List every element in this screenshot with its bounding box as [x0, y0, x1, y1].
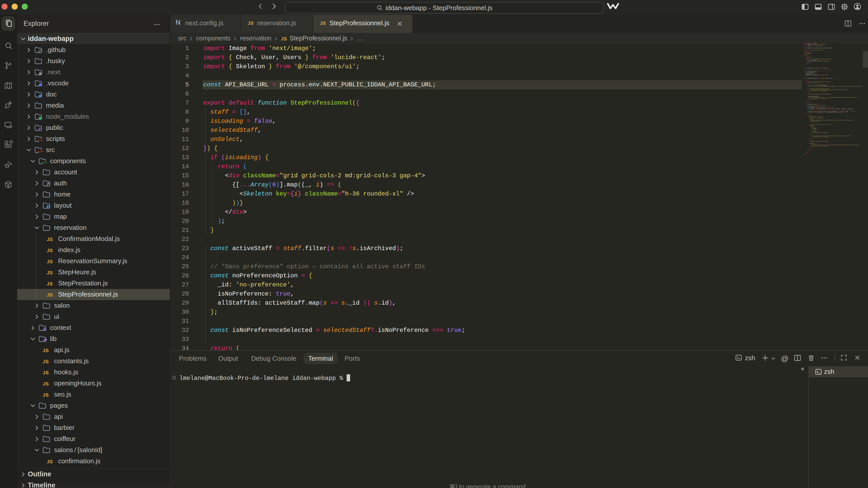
- svg-text:</>: </>: [37, 139, 43, 142]
- svg-text:</>: </>: [41, 161, 47, 164]
- svg-text:</>: </>: [37, 150, 43, 153]
